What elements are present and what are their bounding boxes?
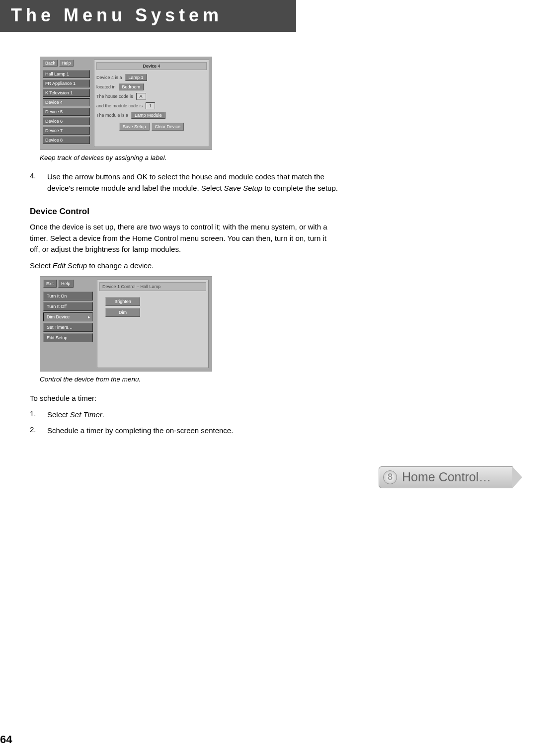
paragraph: To schedule a timer:: [30, 393, 328, 404]
screenshot-device-setup: Back Help Hall Lamp 1 FR Appliance 1 K T…: [40, 57, 212, 150]
text: to change a device.: [87, 261, 154, 270]
sidebar-item[interactable]: FR Appliance 1: [43, 79, 90, 87]
sidebar-item[interactable]: Device 8: [43, 136, 90, 144]
step-italic: Set Timer: [70, 410, 102, 419]
brighten-button[interactable]: Brighten: [105, 297, 140, 306]
label: located in: [96, 84, 116, 89]
label: The module is a: [96, 113, 128, 118]
help-button[interactable]: Help: [58, 280, 74, 288]
home-control-badge: 8 Home Control…: [379, 466, 513, 488]
text-italic: Edit Setup: [53, 261, 87, 270]
label: The house code is: [96, 94, 133, 99]
sidebar-item-selected[interactable]: Device 4: [43, 98, 90, 106]
heading-device-control: Device Control: [30, 207, 343, 217]
label: Device 4 is a: [96, 75, 122, 80]
sidebar-item[interactable]: Edit Setup: [43, 333, 93, 342]
page-title: The Menu System: [0, 0, 296, 32]
value-select[interactable]: Bedroom: [119, 83, 144, 90]
help-button[interactable]: Help: [59, 60, 74, 67]
step-number: 2.: [30, 425, 47, 437]
sidebar-item[interactable]: Device 7: [43, 127, 90, 135]
sidebar-item[interactable]: Turn It On: [43, 292, 93, 301]
step-text: Select: [47, 410, 70, 419]
back-button[interactable]: Back: [43, 60, 58, 67]
chevron-right-icon: [512, 466, 522, 488]
value-select[interactable]: A: [136, 93, 146, 100]
dim-button[interactable]: Dim: [105, 308, 140, 317]
step-text: Schedule a timer by completing the on-sc…: [47, 425, 343, 437]
step-4: 4. Use the arrow buttons and OK to selec…: [30, 171, 343, 194]
label: and the module code is: [96, 103, 143, 108]
step-number: 1.: [30, 409, 47, 421]
caption: Keep track of devices by assigning a lab…: [40, 154, 343, 161]
text: Select: [30, 261, 53, 270]
caption: Control the device from the menu.: [40, 376, 343, 383]
sidebar-item[interactable]: K Television 1: [43, 89, 90, 97]
step-2: 2. Schedule a timer by completing the on…: [30, 425, 343, 437]
value-select[interactable]: Lamp 1: [125, 74, 147, 81]
badge-label: Home Control…: [402, 470, 491, 484]
screenshot-device-control: Exit Help Turn It On Turn It Off Dim Dev…: [40, 276, 212, 372]
step-number: 4.: [30, 171, 47, 194]
step-text: to complete the setup.: [262, 184, 338, 192]
sidebar-item[interactable]: Turn It Off: [43, 302, 93, 311]
step-1: 1. Select Set Timer.: [30, 409, 343, 421]
sidebar-item[interactable]: Device 5: [43, 108, 90, 116]
sidebar-item[interactable]: Device 6: [43, 117, 90, 125]
sidebar-item[interactable]: Hall Lamp 1: [43, 70, 90, 78]
step-text: .: [102, 410, 104, 419]
page-number: 64: [0, 733, 12, 746]
panel-title: Device 4: [96, 62, 207, 70]
value-select[interactable]: 1: [146, 102, 155, 109]
sidebar-item-selected[interactable]: Dim Device: [43, 312, 93, 321]
save-setup-button[interactable]: Save Setup: [119, 123, 150, 131]
step-italic: Save Setup: [224, 184, 263, 192]
sidebar-item[interactable]: Set Timers…: [43, 323, 93, 332]
paragraph: Select Edit Setup to change a device.: [30, 260, 328, 272]
badge-number-icon: 8: [383, 470, 397, 484]
clear-device-button[interactable]: Clear Device: [152, 123, 184, 131]
exit-button[interactable]: Exit: [43, 280, 57, 288]
panel-title: Device 1 Control – Hall Lamp: [99, 282, 206, 291]
paragraph: Once the device is set up, there are two…: [30, 222, 328, 255]
value-select[interactable]: Lamp Module: [131, 112, 165, 119]
